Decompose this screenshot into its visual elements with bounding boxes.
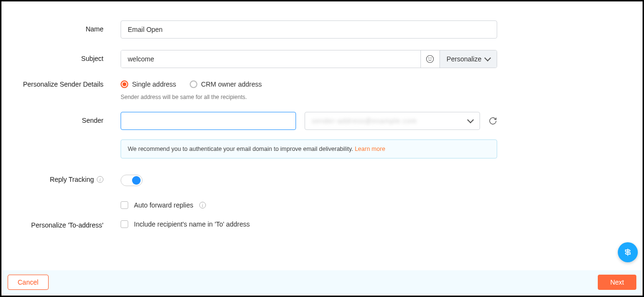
radio-icon-selected	[121, 80, 128, 88]
name-input[interactable]	[121, 20, 497, 39]
row-name: Name	[20, 20, 624, 39]
cancel-button[interactable]: Cancel	[8, 275, 49, 290]
field-sender: sender-address@example.com We recommend …	[121, 112, 497, 158]
auto-forward-checkbox[interactable]	[121, 201, 128, 209]
label-reply-tracking: Reply Tracking i	[20, 175, 121, 183]
label-sender: Sender	[20, 112, 121, 124]
sender-name-input[interactable]	[121, 112, 296, 130]
personalize-label: Personalize	[447, 55, 481, 63]
learn-more-link[interactable]: Learn more	[355, 146, 385, 152]
row-personalize-to: Personalize 'To-address' Include recipie…	[20, 220, 624, 229]
subject-input[interactable]	[121, 50, 420, 68]
field-name	[121, 20, 497, 39]
row-reply-tracking: Reply Tracking i	[20, 175, 624, 186]
auto-forward-row: Auto forward replies i	[121, 201, 497, 209]
radio-group-sender: Single address CRM owner address	[121, 79, 497, 88]
include-recipient-label: Include recipient's name in 'To' address	[134, 220, 250, 228]
sender-helper-text: Sender address will be same for all the …	[121, 94, 497, 100]
sender-select-value: sender-address@example.com	[312, 117, 417, 125]
row-sender-details: Personalize Sender Details Single addres…	[20, 79, 624, 100]
radio-icon-unselected	[190, 80, 197, 88]
emoji-button[interactable]	[420, 50, 440, 68]
field-auto-forward: Auto forward replies i	[121, 201, 497, 209]
subject-wrapper: Personalize	[121, 50, 497, 68]
auth-notice-banner: We recommend you to authenticate your em…	[121, 139, 497, 158]
auth-notice-text: We recommend you to authenticate your em…	[128, 146, 355, 152]
svg-point-0	[427, 56, 434, 63]
field-personalize-to: Include recipient's name in 'To' address	[121, 220, 497, 228]
label-personalize-sender: Personalize Sender Details	[20, 79, 121, 88]
label-empty-autoforward	[20, 201, 121, 206]
row-auto-forward: Auto forward replies i	[20, 201, 624, 209]
row-subject: Subject Personalize	[20, 50, 624, 68]
reply-tracking-toggle[interactable]	[121, 175, 143, 186]
label-subject: Subject	[20, 50, 121, 62]
field-sender-details: Single address CRM owner address Sender …	[121, 79, 497, 100]
include-recipient-row: Include recipient's name in 'To' address	[121, 220, 497, 228]
radio-single-address[interactable]: Single address	[121, 80, 176, 88]
footer: Cancel Next	[3, 270, 641, 294]
label-name: Name	[20, 20, 121, 33]
sender-row: sender-address@example.com	[121, 112, 497, 130]
field-subject: Personalize	[121, 50, 497, 68]
personalize-button[interactable]: Personalize	[440, 50, 497, 68]
chevron-down-icon	[467, 117, 474, 123]
include-recipient-checkbox[interactable]	[121, 220, 128, 228]
info-icon[interactable]: i	[199, 202, 206, 208]
radio-single-label: Single address	[132, 80, 176, 88]
chevron-down-icon	[484, 55, 491, 61]
refresh-icon[interactable]	[489, 117, 497, 125]
sender-email-select[interactable]: sender-address@example.com	[305, 112, 480, 130]
info-icon[interactable]: i	[97, 176, 103, 183]
form-container: Name Subject Personalize	[1, 1, 643, 272]
svg-point-2	[431, 58, 431, 58]
signpost-icon	[623, 248, 633, 257]
next-button[interactable]: Next	[598, 275, 636, 290]
radio-crm-owner[interactable]: CRM owner address	[190, 80, 262, 88]
label-reply-tracking-text: Reply Tracking	[50, 176, 94, 183]
help-fab[interactable]	[618, 242, 638, 262]
smile-icon	[426, 55, 434, 63]
auto-forward-label: Auto forward replies	[134, 201, 194, 209]
svg-point-1	[429, 58, 429, 58]
label-personalize-to: Personalize 'To-address'	[20, 220, 121, 229]
radio-crm-label: CRM owner address	[201, 80, 262, 88]
field-reply-tracking	[121, 175, 497, 186]
row-sender: Sender sender-address@example.com We rec…	[20, 112, 624, 158]
